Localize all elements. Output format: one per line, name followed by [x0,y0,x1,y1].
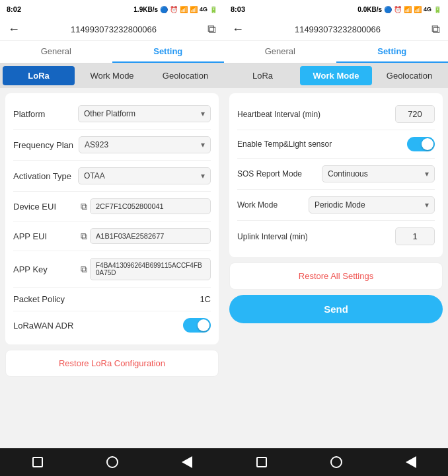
left-nav-back[interactable] [180,455,194,469]
activation-row: Activation Type OTAA ▾ [13,161,211,192]
app-key-copy-icon[interactable]: ⧉ [81,264,87,275]
right-phone: 8:03 0.0KB/s 🔵 ⏰ 📶 📶 4G 🔋 ← 114993073232… [224,0,448,476]
sos-value: Continuous [328,169,368,178]
left-status-bar: 8:02 1.9KB/s 🔵 ⏰ 📶 📶 4G 🔋 [0,0,224,19]
platform-chevron-icon: ▾ [201,109,205,118]
workmode-chevron-icon: ▾ [425,200,429,210]
frequency-value: AS923 [85,140,108,149]
workmode-dropdown[interactable]: Periodic Mode ▾ [309,196,435,214]
circle-icon [106,456,118,468]
activation-label: Activation Type [13,171,73,181]
packet-row: Packet Policy 1C [13,288,211,311]
app-key-value: F4BA413096264B699115ACCF4FB0A75D [90,258,211,280]
right-copy-icon[interactable]: ⧉ [431,22,440,36]
sos-chevron-icon: ▾ [425,169,429,178]
right-network-speed: 0.0KB/s [357,6,382,13]
left-tab-geolocation[interactable]: Geolocation [149,66,221,85]
send-button[interactable]: Send [229,295,443,323]
right-nav-back[interactable] [404,455,418,469]
left-top-bar: ← 114993073232800066 ⧉ [0,19,224,41]
lorawan-toggle[interactable] [183,318,211,333]
right-bluetooth-icon: 🔵 [384,6,392,13]
lorawan-toggle-knob [198,319,209,331]
right-alarm-icon: ⏰ [394,6,402,13]
app-eui-copy-icon[interactable]: ⧉ [81,231,87,242]
uplink-input[interactable]: 1 [395,227,435,245]
left-phone: 8:02 1.9KB/s 🔵 ⏰ 📶 📶 4G 🔋 ← 114993073232… [0,0,224,476]
right-battery-icon: 🔋 [433,6,441,13]
frequency-dropdown[interactable]: AS923 ▾ [79,136,211,153]
restore-all-button[interactable]: Restore All Settings [229,262,443,290]
left-content-area: Platform Other Platform ▾ Frequency Plan… [0,88,224,448]
restore-lora-button[interactable]: Restore LoRa Configuration [5,350,219,377]
back-triangle-icon [182,456,192,468]
square-icon [32,457,43,467]
frequency-row: Frequency Plan AS923 ▾ [13,130,211,161]
right-tab-setting[interactable]: Setting [336,41,449,63]
left-time: 8:02 [7,5,21,13]
frequency-chevron-icon: ▾ [201,140,205,149]
temp-light-label: Enable Temp&Light sensor [237,139,336,149]
right-tab-geolocation[interactable]: Geolocation [373,66,445,85]
platform-label: Platform [13,109,73,119]
packet-label: Packet Policy [13,294,73,304]
right-nav-circle[interactable] [329,455,344,469]
left-tab-general[interactable]: General [0,41,112,63]
left-tab-setting[interactable]: Setting [112,41,225,63]
packet-value: 1C [200,294,211,304]
platform-dropdown[interactable]: Other Platform ▾ [78,105,211,122]
right-main-tabs: General Setting [224,41,448,63]
left-network-speed: 1.9KB/s [133,6,158,13]
activation-dropdown[interactable]: OTAA ▾ [78,167,211,184]
lte-icon: 4G [200,6,207,13]
left-copy-icon[interactable]: ⧉ [207,22,216,36]
workmode-label: Work Mode [237,200,303,210]
right-status-bar: 8:03 0.0KB/s 🔵 ⏰ 📶 📶 4G 🔋 [224,0,448,19]
left-nav-circle[interactable] [105,455,120,469]
device-eui-field: ⧉ 2CF7F1C052800041 [78,198,211,214]
activation-value: OTAA [84,171,105,180]
app-key-row: APP Key ⧉ F4BA413096264B699115ACCF4FB0A7… [13,251,211,288]
sos-dropdown[interactable]: Continuous ▾ [322,165,435,182]
right-tab-general[interactable]: General [224,41,336,63]
uplink-label: Uplink Interval (min) [237,232,336,241]
app-eui-field: ⧉ A1B1F03AE2582677 [78,228,211,244]
left-main-tabs: General Setting [0,41,224,63]
uplink-value: 1 [412,231,417,241]
right-nav-square[interactable] [254,455,269,469]
signal-icon: 📶 [180,6,188,13]
left-nav-square[interactable] [30,455,45,469]
right-back-triangle-icon [406,456,416,468]
sos-row: SOS Report Mode Continuous ▾ [237,159,435,190]
signal2-icon: 📶 [190,6,198,13]
left-nav-bar [0,448,224,476]
left-back-button[interactable]: ← [8,22,20,36]
device-eui-value: 2CF7F1C052800041 [90,198,211,214]
alarm-icon: ⏰ [170,6,178,13]
right-signal-icon: 📶 [404,6,412,13]
device-eui-row: Device EUI ⧉ 2CF7F1C052800041 [13,192,211,221]
right-time: 8:03 [231,5,245,13]
right-tab-workmode[interactable]: Work Mode [300,66,372,85]
uplink-row: Uplink Interval (min) 1 [237,221,435,252]
right-device-id: 114993073232800066 [295,24,381,34]
right-lte-icon: 4G [424,6,431,13]
app-eui-value: A1B1F03AE2582677 [90,228,211,244]
right-square-icon [256,457,267,467]
sos-label: SOS Report Mode [237,169,317,178]
device-eui-label: Device EUI [13,202,73,212]
left-device-id: 114993073232800066 [71,24,157,34]
left-tab-lora[interactable]: LoRa [3,66,75,85]
right-back-button[interactable]: ← [232,22,244,36]
app-key-label: APP Key [13,264,73,274]
temp-light-toggle[interactable] [407,137,435,151]
right-top-bar: ← 114993073232800066 ⧉ [224,19,448,41]
lorawan-label: LoRaWAN ADR [13,321,73,331]
right-tab-lora[interactable]: LoRa [227,66,299,85]
device-eui-copy-icon[interactable]: ⧉ [81,201,87,212]
temp-light-row: Enable Temp&Light sensor [237,130,435,159]
heartbeat-row: Heartbeat Interval (min) 720 [237,99,435,130]
left-tab-workmode[interactable]: Work Mode [76,66,148,85]
heartbeat-input[interactable]: 720 [395,105,435,123]
left-settings-card: Platform Other Platform ▾ Frequency Plan… [5,93,219,344]
